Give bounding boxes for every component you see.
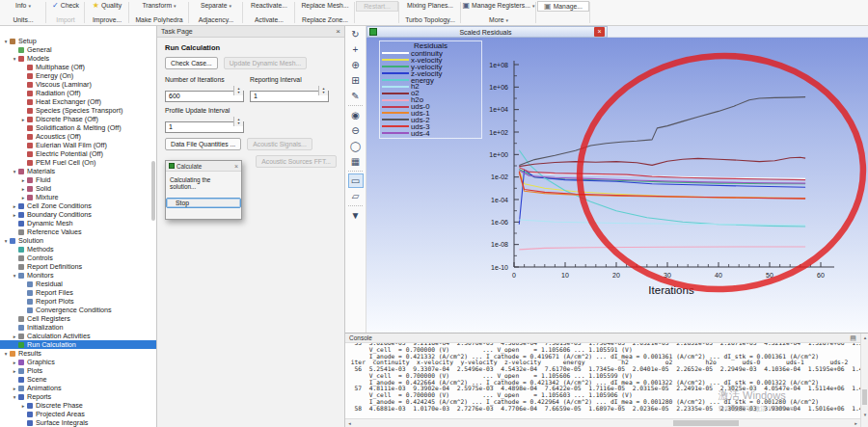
tree-item-solidification-melting-off[interactable]: Solidification & Melting (Off) — [0, 123, 156, 132]
tree-item-heat-exchanger-off[interactable]: Heat Exchanger (Off) — [0, 97, 156, 106]
ribbon-button-separate[interactable]: Separate▾ — [190, 1, 242, 10]
data-file-quantities-button[interactable]: Data File Quantities ... — [165, 138, 241, 150]
expand-icon[interactable]: ▸ — [11, 334, 18, 339]
collapse-icon[interactable]: ▾ — [2, 39, 10, 44]
select-polygon-icon[interactable]: ▱ — [348, 189, 364, 203]
tree-item-plots[interactable]: ▸Plots — [0, 366, 156, 375]
zoom-box-icon[interactable]: ⊞ — [348, 73, 364, 88]
ribbon-button-manage-registers[interactable]: ▣Manage Registers...▾ — [462, 1, 535, 10]
expand-icon[interactable]: ▸ — [19, 195, 27, 200]
tree-item-acoustics-off[interactable]: Acoustics (Off) — [0, 132, 156, 141]
tree-item-surface-integrals[interactable]: Surface Integrals — [0, 418, 156, 427]
tree-item-scene[interactable]: Scene — [0, 375, 156, 384]
tree-item-initialization[interactable]: Initialization — [0, 323, 156, 332]
probe-icon[interactable]: ✎ — [348, 89, 364, 103]
ribbon-button-reactivate[interactable]: Reactivate... — [244, 1, 294, 10]
iterations-input[interactable] — [165, 91, 244, 102]
ribbon-button-replace-mesh[interactable]: Replace Mesh... — [296, 1, 354, 10]
console-horizontal-scrollbar[interactable]: ◂ ▸ — [345, 418, 860, 427]
ribbon-button-turbo-topology[interactable]: Turbo Topology... — [400, 15, 460, 24]
tree-item-solid[interactable]: ▸Solid — [0, 184, 156, 193]
filter-icon[interactable]: ▼ — [348, 208, 364, 223]
hscroll-thumb[interactable] — [673, 420, 739, 426]
tree-item-discrete-phase[interactable]: ▸Discrete Phase — [0, 401, 156, 410]
scroll-right-arrow-icon[interactable]: ▸ — [852, 419, 860, 427]
tree-item-run-calculation[interactable]: Run Calculation — [0, 340, 156, 349]
profile-spinner[interactable]: ▴▾ — [233, 117, 243, 126]
console-vertical-scrollbar[interactable]: ▴ ▾ — [860, 334, 868, 427]
check-case-button[interactable]: Check Case... — [165, 57, 218, 69]
ribbon-button-more[interactable]: More▾ — [462, 15, 535, 24]
expand-icon[interactable]: ▸ — [19, 186, 27, 192]
ribbon-button-quality[interactable]: ★Quality — [86, 1, 128, 10]
expand-icon[interactable]: ▸ — [11, 386, 18, 391]
tree-item-reference-values[interactable]: Reference Values — [0, 227, 156, 236]
ribbon-button-manage[interactable]: ▣Manage... — [537, 1, 589, 12]
tree-item-results[interactable]: ▾Results — [0, 349, 156, 358]
zoom-in-icon[interactable]: ⊕ — [348, 58, 364, 72]
magnify-icon[interactable]: ◉ — [348, 108, 364, 122]
scroll-up-arrow-icon[interactable]: ▴ — [861, 334, 868, 341]
tree-item-discrete-phase-off[interactable]: ▸Discrete Phase (Off) — [0, 115, 156, 123]
ribbon-button-activate[interactable]: Activate... — [244, 15, 294, 24]
tree-item-boundary-conditions[interactable]: ▸Boundary Conditions — [0, 210, 156, 219]
expand-icon[interactable]: ▸ — [11, 203, 18, 209]
ribbon-button-units[interactable]: Units... — [1, 15, 45, 24]
tree-item-graphics[interactable]: ▸Graphics — [0, 358, 156, 366]
expand-icon[interactable]: ▸ — [11, 212, 18, 218]
grid-icon[interactable]: ▦ — [348, 154, 364, 169]
ribbon-button-transform[interactable]: Transform▾ — [130, 1, 188, 10]
collapse-icon[interactable]: ▾ — [11, 394, 18, 400]
tree-item-energy-on[interactable]: Energy (On) — [0, 71, 156, 80]
ribbon-button-info[interactable]: Info▾ — [1, 1, 45, 10]
collapse-icon[interactable]: ▾ — [11, 273, 18, 279]
stop-button[interactable]: Stop — [166, 198, 241, 208]
expand-icon[interactable]: ▸ — [11, 368, 18, 374]
tree-item-residual[interactable]: Residual — [0, 280, 156, 288]
scroll-down-arrow-icon[interactable]: ▾ — [861, 411, 868, 418]
tree-item-mixture[interactable]: ▸Mixture — [0, 193, 156, 201]
collapse-icon[interactable]: ▾ — [2, 238, 10, 244]
tree-item-multiphase-off[interactable]: Multiphase (Off) — [0, 63, 156, 71]
iterations-spinner[interactable]: ▴▾ — [233, 86, 243, 95]
vscroll-thumb[interactable] — [862, 389, 867, 405]
expand-icon[interactable]: ▸ — [19, 403, 27, 409]
rotate-view-icon[interactable]: ↻ — [348, 27, 364, 41]
tree-item-materials[interactable]: ▾Materials — [0, 167, 156, 175]
select-rectangle-icon[interactable]: ▭ — [348, 173, 364, 188]
tree-item-animations[interactable]: ▸Animations — [0, 384, 156, 392]
ribbon-button-improve[interactable]: Improve... — [86, 15, 128, 24]
tree-item-report-files[interactable]: Report Files — [0, 288, 156, 297]
tree-item-methods[interactable]: Methods — [0, 245, 156, 254]
tree-item-projected-areas[interactable]: Projected Areas — [0, 410, 156, 418]
tree-item-solution[interactable]: ▾Solution — [0, 236, 156, 245]
ribbon-button-replace-zone[interactable]: Replace Zone... — [296, 15, 354, 24]
collapse-icon[interactable]: ▾ — [2, 351, 10, 357]
dialog-close-icon[interactable]: × — [234, 163, 238, 170]
reporting-spinner[interactable]: ▴▾ — [318, 86, 328, 95]
tree-item-models[interactable]: ▾Models — [0, 54, 156, 63]
ribbon-button-check[interactable]: ✓Check — [47, 1, 84, 10]
zoom-out-icon[interactable]: ⊖ — [348, 123, 364, 138]
pan-icon[interactable]: + — [348, 42, 364, 57]
tree-item-convergence-conditions[interactable]: Convergence Conditions — [0, 306, 156, 314]
task-page-close-icon[interactable]: × — [336, 27, 340, 36]
ribbon-button-make-polyhedra[interactable]: Make Polyhedra — [130, 15, 188, 24]
plot-window-tab[interactable]: Scaled Residuals × — [366, 26, 608, 38]
tree-item-fluid[interactable]: ▸Fluid — [0, 175, 156, 184]
tree-item-monitors[interactable]: ▾Monitors — [0, 271, 156, 280]
expand-icon[interactable]: ▸ — [19, 177, 27, 183]
tree-item-report-definitions[interactable]: Report Definitions — [0, 262, 156, 271]
tree-item-cell-zone-conditions[interactable]: ▸Cell Zone Conditions — [0, 201, 156, 210]
tree-item-report-plots[interactable]: Report Plots — [0, 297, 156, 306]
tree-item-controls[interactable]: Controls — [0, 254, 156, 262]
console-print-icon[interactable]: ▤ — [850, 334, 856, 342]
expand-icon[interactable]: ▸ — [11, 360, 18, 365]
ribbon-button-adjacency[interactable]: Adjacency... — [190, 15, 242, 24]
tree-item-dynamic-mesh[interactable]: Dynamic Mesh — [0, 219, 156, 227]
tree-item-viscous-laminar[interactable]: Viscous (Laminar) — [0, 80, 156, 89]
tree-scrollbar-thumb[interactable] — [151, 161, 155, 221]
tree-item-reports[interactable]: ▾Reports — [0, 392, 156, 401]
tree-item-eulerian-wall-film-off[interactable]: Eulerian Wall Film (Off) — [0, 141, 156, 149]
ribbon-button-mixing-planes[interactable]: Mixing Planes... — [400, 1, 460, 10]
